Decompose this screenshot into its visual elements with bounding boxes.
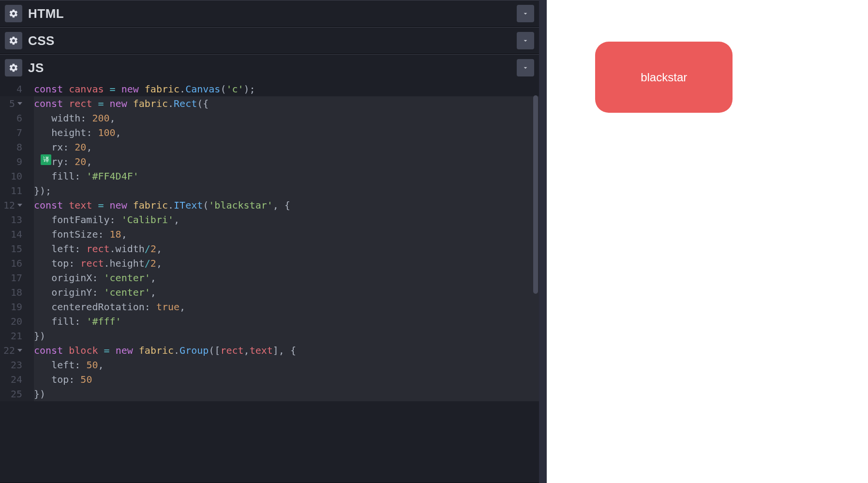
code-line[interactable]: height: 100,	[34, 125, 539, 140]
code-line[interactable]: fill: '#fff'	[34, 314, 539, 329]
panel-html: HTML	[0, 0, 539, 27]
chevron-down-icon	[522, 37, 529, 45]
code-editor-js[interactable]: 45678910111213141516171819202122232425 c…	[0, 81, 539, 483]
line-number: 4	[0, 82, 22, 96]
panel-js: JS 4567891011121314151617181920212223242…	[0, 54, 539, 483]
preview-rect-text: blackstar	[641, 71, 687, 84]
preview-rect[interactable]: blackstar	[595, 42, 733, 113]
code-line[interactable]: fill: '#FF4D4F'	[34, 169, 539, 183]
panel-title-html: HTML	[28, 6, 64, 21]
code-line[interactable]: })	[34, 387, 539, 401]
code-line[interactable]: width: 200,	[34, 111, 539, 125]
code-line[interactable]: fontFamily: 'Calibri',	[34, 212, 539, 227]
preview-pane: blackstar	[547, 0, 868, 483]
code-line[interactable]: left: rect.width/2,	[34, 242, 539, 256]
gear-button-html[interactable]	[5, 5, 22, 22]
code-line[interactable]: fontSize: 18,	[34, 227, 539, 242]
panel-title-css: CSS	[28, 33, 55, 48]
code-line[interactable]: top: rect.height/2,	[34, 256, 539, 271]
code-content[interactable]: const canvas = new fabric.Canvas('c');co…	[27, 81, 539, 483]
editor-column: HTML CSS JS 45678	[0, 0, 547, 483]
gear-icon	[9, 9, 18, 18]
panel-header-html: HTML	[0, 0, 539, 27]
chevron-down-icon	[522, 64, 529, 72]
code-line[interactable]: left: 50,	[34, 358, 539, 372]
code-line[interactable]: })	[34, 329, 539, 343]
code-line[interactable]: centeredRotation: true,	[34, 300, 539, 314]
code-line[interactable]: const rect = new fabric.Rect({	[34, 96, 539, 111]
chevron-down-icon	[522, 10, 529, 17]
collapse-button-css[interactable]	[517, 32, 534, 49]
collapse-button-js[interactable]	[517, 59, 534, 76]
panel-header-js: JS	[0, 55, 539, 81]
code-line[interactable]: });	[34, 183, 539, 198]
code-line[interactable]: const block = new fabric.Group([rect,tex…	[34, 343, 539, 358]
gear-icon	[9, 36, 18, 45]
code-line[interactable]: ry: 20,译	[34, 154, 539, 169]
code-line[interactable]: rx: 20,	[34, 140, 539, 154]
code-line[interactable]: const canvas = new fabric.Canvas('c');	[34, 82, 539, 96]
translate-badge[interactable]: 译	[41, 154, 51, 165]
gear-button-css[interactable]	[5, 32, 22, 49]
code-line[interactable]: const text = new fabric.IText('blackstar…	[34, 198, 539, 212]
gear-icon	[9, 63, 18, 73]
code-line[interactable]: originY: 'center',	[34, 285, 539, 300]
collapse-button-html[interactable]	[517, 5, 534, 22]
scrollbar-thumb[interactable]	[533, 95, 538, 294]
panel-css: CSS	[0, 27, 539, 54]
gear-button-js[interactable]	[5, 59, 22, 76]
code-line[interactable]: originX: 'center',	[34, 271, 539, 285]
panel-title-js: JS	[28, 60, 44, 75]
code-line[interactable]: top: 50	[34, 372, 539, 387]
panel-header-css: CSS	[0, 28, 539, 54]
